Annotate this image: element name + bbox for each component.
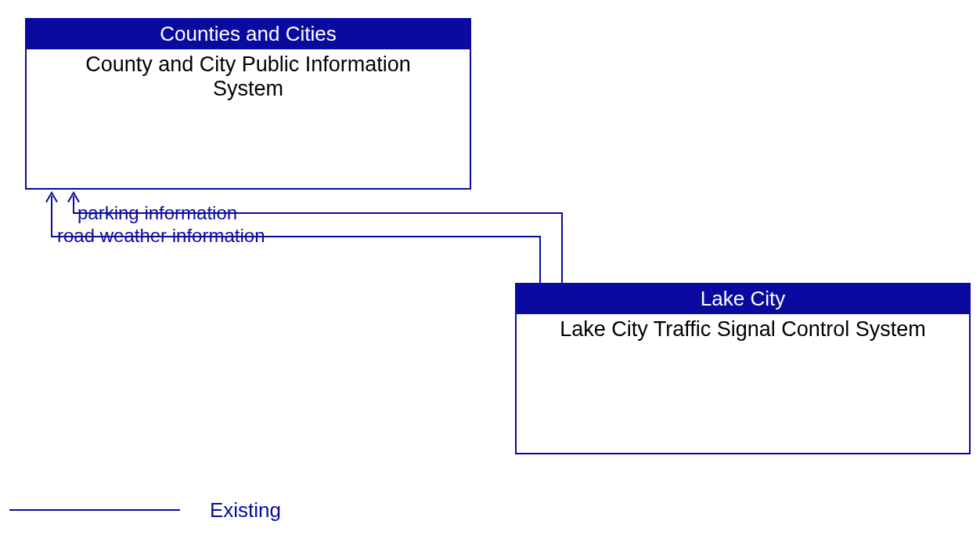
legend-label-existing: Existing <box>210 498 281 523</box>
entity-body-line2: System <box>213 77 283 100</box>
entity-body-line1: County and City Public Information <box>85 52 411 76</box>
entity-header-lake-city: Lake City <box>517 284 969 314</box>
entity-body-county-public-info: County and City Public Information Syste… <box>27 49 470 104</box>
entity-box-county-public-info: Counties and Cities County and City Publ… <box>25 18 471 190</box>
arrowhead-road-weather-information <box>46 193 57 202</box>
arrowhead-parking-information <box>68 193 79 202</box>
flow-label-road-weather-information: road weather information <box>57 225 265 247</box>
entity-body-lake-city-traffic: Lake City Traffic Signal Control System <box>517 314 969 345</box>
flow-label-parking-information: parking information <box>77 202 237 224</box>
entity-box-lake-city-traffic: Lake City Lake City Traffic Signal Contr… <box>515 283 971 454</box>
entity-header-counties-cities: Counties and Cities <box>27 20 470 49</box>
